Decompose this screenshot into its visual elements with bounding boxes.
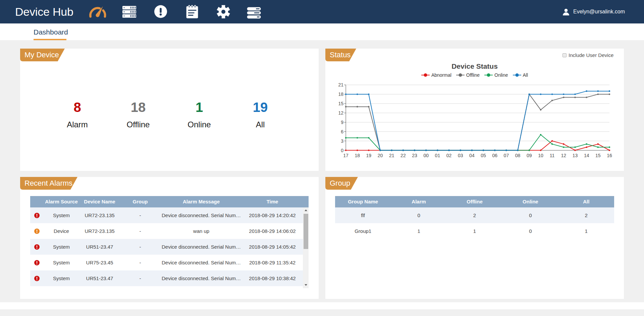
svg-text:04: 04 [469, 153, 475, 158]
svg-text:11: 11 [550, 153, 555, 158]
svg-text:13: 13 [573, 153, 578, 158]
svg-text:06: 06 [492, 153, 498, 158]
svg-text:14: 14 [584, 153, 589, 158]
svg-text:19: 19 [366, 153, 372, 158]
svg-text:01: 01 [435, 153, 440, 158]
svg-text:18: 18 [355, 153, 360, 158]
svg-text:22: 22 [400, 153, 406, 158]
svg-text:18: 18 [338, 91, 343, 97]
svg-text:20: 20 [378, 153, 383, 158]
svg-text:03: 03 [458, 153, 463, 158]
svg-text:17: 17 [343, 153, 348, 158]
svg-text:09: 09 [527, 153, 532, 158]
svg-text:12: 12 [561, 153, 567, 158]
svg-text:15: 15 [338, 101, 343, 106]
svg-text:16: 16 [607, 153, 612, 158]
svg-text:6: 6 [341, 129, 343, 134]
svg-text:10: 10 [538, 153, 543, 158]
svg-text:08: 08 [515, 153, 521, 158]
svg-text:0: 0 [341, 148, 343, 153]
svg-text:23: 23 [412, 153, 417, 158]
svg-text:07: 07 [504, 153, 509, 158]
svg-text:05: 05 [481, 153, 486, 158]
svg-text:02: 02 [446, 153, 452, 158]
svg-text:15: 15 [595, 153, 601, 158]
svg-text:9: 9 [341, 120, 343, 125]
svg-text:3: 3 [341, 138, 343, 144]
svg-text:21: 21 [389, 153, 394, 158]
svg-text:21: 21 [338, 82, 343, 87]
svg-text:12: 12 [338, 110, 343, 116]
svg-text:00: 00 [423, 153, 429, 158]
